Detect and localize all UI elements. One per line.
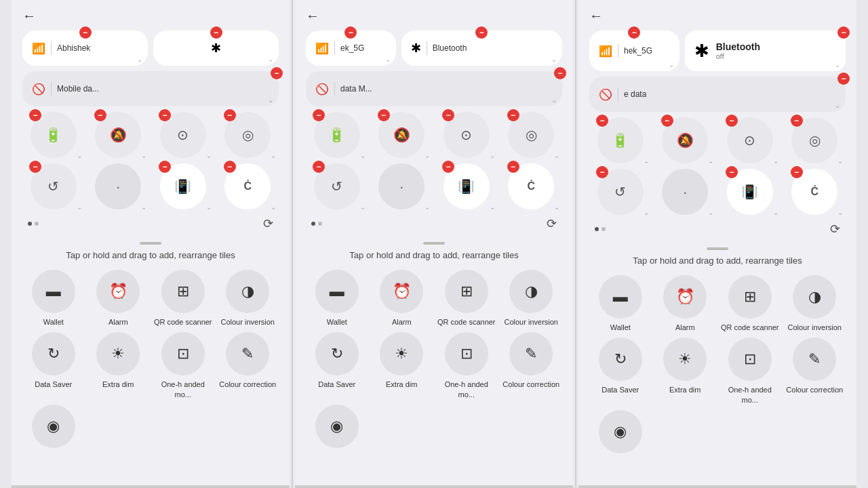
minus-bt-1[interactable]: − — [210, 26, 222, 39]
mobile-tile-3[interactable]: − 🚫 e data ⌄ — [589, 77, 846, 112]
wifi-tile-3[interactable]: − 📶 hek_5G ⌄ — [589, 30, 679, 71]
tile-colour-inv-3[interactable]: ◑ Colour inversion — [784, 275, 846, 332]
extradim-label-3: Extra dim — [669, 385, 701, 394]
wifi-icon-2: 📶 — [315, 42, 329, 55]
back-button-2[interactable]: ← — [306, 8, 562, 24]
bt-tile-1[interactable]: − ✱ ⌄ — [153, 30, 279, 66]
tile-alarm-3[interactable]: ⏰ Alarm — [654, 275, 717, 332]
colour-inv-label-1: Colour inversion — [221, 317, 275, 327]
toggle-grid-3: − 🔋 ⌄ − 🔕 ⌄ − ⊙ ⌄ − ◎ ⌄ — [589, 117, 846, 163]
tile-datasaver-1[interactable]: ↻ Data Saver — [22, 332, 85, 399]
wifi-icon-3: 📶 — [599, 45, 612, 58]
tile-qr-1[interactable]: ⊞ QR code scanner — [152, 270, 214, 327]
dot-3-active — [595, 227, 599, 231]
bt-large-icon-3: ✱ — [694, 41, 709, 62]
colour-corr-label-1: Colour correction — [219, 380, 276, 389]
tile-wallet-1[interactable]: ▬ Wallet — [22, 270, 85, 327]
tile-accessibility-2[interactable]: ◉ — [306, 405, 368, 452]
minus-wifi-2[interactable]: − — [344, 26, 357, 39]
tile-colour-corr-2[interactable]: ✎ Colour correction — [500, 332, 563, 399]
tile-colour-corr-1[interactable]: ✎ Colour correction — [217, 332, 279, 399]
colour-inv-icon-3: ◑ — [793, 275, 836, 319]
history-icon-2[interactable]: ⟳ — [547, 216, 557, 231]
tile-datasaver-3[interactable]: ↻ Data Saver — [589, 338, 652, 405]
tile-datasaver-2[interactable]: ↻ Data Saver — [306, 332, 368, 399]
sep-1 — [292, 0, 293, 488]
history-icon-1[interactable]: ⟳ — [263, 216, 273, 231]
drag-handle-1[interactable] — [140, 242, 161, 245]
wifi-name-3: hek_5G — [624, 46, 652, 56]
mobile-tile-1[interactable]: − 🚫 Mobile da... ⌄ — [22, 71, 279, 106]
qr-icon-3: ⊞ — [728, 275, 772, 319]
tile-alarm-1[interactable]: ⏰ Alarm — [87, 270, 150, 327]
tile-accessibility-3[interactable]: ◉ — [589, 410, 652, 458]
wifi-tile-2[interactable]: − 📶 ek_5G ⌄ — [306, 30, 396, 66]
drag-handle-3[interactable] — [707, 247, 728, 250]
bt-icon-2: ✱ — [411, 41, 421, 56]
tile-accessibility-1[interactable]: ◉ — [22, 405, 85, 452]
tile-qr-3[interactable]: ⊞ QR code scanner — [719, 275, 781, 332]
wallet-label-3: Wallet — [610, 323, 631, 332]
colour-corr-label-3: Colour correction — [786, 385, 843, 394]
connected-row-3: − 📶 hek_5G ⌄ − ✱ Bluetooth off ⌄ — [589, 30, 846, 71]
wifi-expand-1: ⌄ — [137, 56, 142, 63]
sep-2 — [575, 0, 576, 488]
alarm-label-2: Alarm — [392, 317, 412, 327]
tile-alarm-2[interactable]: ⏰ Alarm — [371, 270, 433, 327]
onehanded-icon-3: ⊡ — [728, 338, 772, 381]
tile-onehanded-3[interactable]: ⊡ One-h anded mo... — [719, 338, 781, 405]
tile-qr-2[interactable]: ⊞ QR code scanner — [435, 270, 498, 327]
toggle-grid-1b: − ↺ ⌄ · ⌄ − 📳 ⌄ − Ċ ⌄ — [22, 163, 279, 209]
tile-wallet-2[interactable]: ▬ Wallet — [306, 270, 368, 327]
minus-mobile-2[interactable]: − — [554, 67, 566, 79]
tile-wallet-3[interactable]: ▬ Wallet — [589, 275, 652, 332]
alarm-label-1: Alarm — [108, 317, 128, 327]
wifi-tile-1[interactable]: − 📶 Abhishek ⌄ — [22, 30, 148, 66]
tile-colour-corr-3[interactable]: ✎ Colour correction — [784, 338, 846, 405]
tile-extradim-3[interactable]: ☀ Extra dim — [654, 338, 717, 405]
accessibility-icon-2: ◉ — [315, 405, 359, 448]
minus-bt-3[interactable]: − — [837, 26, 850, 39]
minus-mobile-3[interactable]: − — [837, 73, 850, 85]
dot-3-inactive — [601, 227, 606, 231]
onehanded-label-1: One-h anded mo... — [152, 380, 214, 399]
bt-expand-1: ⌄ — [268, 56, 273, 63]
minus-mobile-1[interactable]: − — [271, 67, 283, 79]
extradim-icon-3: ☀ — [663, 338, 707, 381]
bt-expanded-3[interactable]: − ✱ Bluetooth off ⌄ — [685, 30, 846, 71]
qr-label-2: QR code scanner — [437, 317, 496, 327]
extradim-icon-1: ☀ — [96, 332, 140, 375]
drag-handle-2[interactable] — [423, 242, 445, 245]
tile-onehanded-2[interactable]: ⊡ One-h anded mo... — [435, 332, 498, 399]
alarm-icon-3: ⏰ — [663, 275, 707, 319]
qr-label-3: QR code scanner — [721, 323, 779, 332]
minus-bt-2[interactable]: − — [475, 26, 488, 39]
tile-onehanded-1[interactable]: ⊡ One-h anded mo... — [152, 332, 214, 399]
toggle-empty-3: · — [662, 169, 708, 215]
extradim-label-2: Extra dim — [386, 380, 417, 389]
datasaver-icon-1: ↻ — [32, 332, 75, 375]
colour-inv-label-3: Colour inversion — [788, 323, 842, 332]
bt-tile-2[interactable]: − ✱ Bluetooth ⌄ — [401, 30, 562, 66]
bt-subtitle-3: off — [716, 52, 760, 60]
mobile-label-3: e data — [624, 89, 646, 99]
bottom-bar-3 — [578, 485, 856, 488]
tile-extradim-1[interactable]: ☀ Extra dim — [87, 332, 150, 399]
minus-wifi-1[interactable]: − — [79, 26, 92, 39]
bottom-bar-2 — [295, 485, 573, 488]
bt-title-3: Bluetooth — [716, 41, 760, 52]
wallet-icon-3: ▬ — [599, 275, 642, 319]
tile-colour-inv-1[interactable]: ◑ Colour inversion — [217, 270, 279, 327]
onehanded-icon-1: ⊡ — [161, 332, 205, 375]
available-grid-2: ▬ Wallet ⏰ Alarm ⊞ QR code scanner ◑ Col… — [306, 270, 562, 452]
minus-wifi-3[interactable]: − — [628, 26, 640, 39]
dot-2-inactive — [318, 222, 322, 226]
tile-extradim-2[interactable]: ☀ Extra dim — [371, 332, 433, 399]
quick-tiles-area-1: ← − 📶 Abhishek ⌄ − ✱ ⌄ − 🚫 — [12, 0, 290, 239]
colour-corr-icon-2: ✎ — [509, 332, 553, 375]
tile-colour-inv-2[interactable]: ◑ Colour inversion — [500, 270, 563, 327]
back-button-1[interactable]: ← — [22, 8, 279, 24]
mobile-tile-2[interactable]: − 🚫 data M... ⌄ — [306, 71, 562, 106]
history-icon-3[interactable]: ⟳ — [830, 222, 840, 237]
back-button-3[interactable]: ← — [589, 8, 846, 24]
